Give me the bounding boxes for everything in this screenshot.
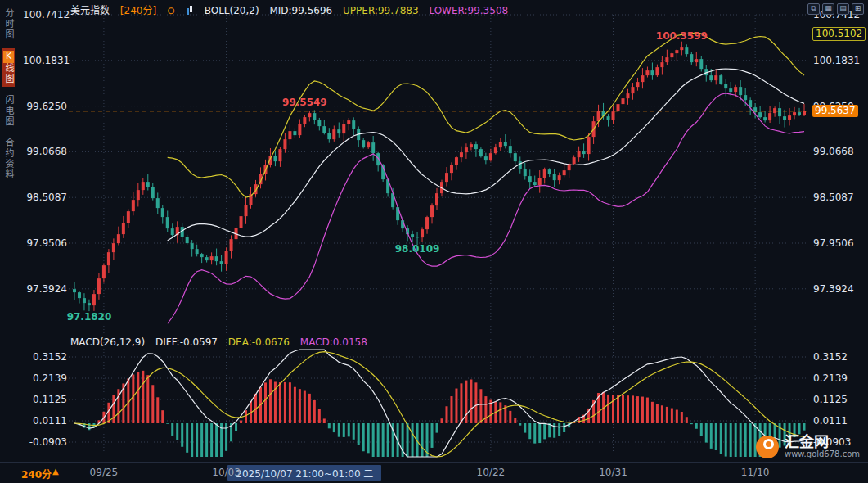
sidebar-item-kline-chart[interactable]: K线图 (2, 48, 15, 87)
window-layout-icons: ⧉▦▤⊞ (807, 3, 864, 15)
current-period-label[interactable]: 240分 (21, 467, 52, 481)
site-watermark: 汇金网 www.gold678.com (756, 435, 860, 458)
window-layout-icon-4[interactable]: ⊞ (852, 3, 864, 15)
x-axis-tick-label: 11/10 (741, 467, 770, 478)
macd-dea-value: DEA:-0.0676 (228, 336, 290, 348)
macd-diff-value: DIFF:-0.0597 (155, 336, 218, 348)
boll-upper-value: UPPER:99.7883 (343, 5, 418, 16)
sidebar-item-lightning-chart[interactable]: 闪电图 (2, 93, 15, 129)
x-axis-tick-label: 10/22 (477, 467, 506, 478)
x-axis-tick-label: 10/31 (599, 467, 627, 478)
watermark-site-name: 汇金网 (785, 435, 860, 449)
boll-lower-value: LOWER:99.3508 (429, 5, 508, 16)
sidebar-item-time-chart[interactable]: 分时图 (2, 6, 15, 43)
boll-indicator-icon (186, 6, 194, 16)
window-layout-icon-3[interactable]: ▤ (837, 3, 849, 15)
candlestick-macd-chart[interactable] (0, 0, 868, 483)
macd-macd-value: MACD:0.0158 (300, 336, 367, 348)
boll-upper-price-tag: 100.5102 (812, 27, 866, 41)
window-layout-icon-2[interactable]: ▦ (822, 3, 834, 15)
period-tag[interactable]: [240分] (120, 5, 156, 16)
boll-mid-value: MID:99.5696 (269, 5, 332, 16)
boll-label: BOLL(20,2) (205, 5, 259, 16)
chart-header: 美元指数 [240分] ⊖ BOLL(20,2) MID:99.5696 UPP… (70, 2, 515, 16)
x-axis-tick-label: 10/03 (212, 467, 241, 478)
watermark-site-url: www.gold678.com (785, 449, 860, 458)
window-layout-icon-1[interactable]: ⧉ (807, 3, 820, 15)
macd-header: MACD(26,12,9) DIFF:-0.0597 DEA:-0.0676 M… (70, 336, 375, 348)
period-dropdown-arrow-icon[interactable]: ▲ (52, 467, 59, 476)
sidebar-item-contract-info[interactable]: 合约资料 (2, 135, 15, 183)
huijin-logo-icon (756, 436, 779, 458)
x-axis-tick-label: 09/25 (90, 467, 119, 478)
trading-terminal: 分时图K线图闪电图合约资料 美元指数 [240分] ⊖ BOLL(20,2) M… (0, 0, 868, 483)
last-price-tag: 99.5637 (812, 105, 858, 117)
collapse-indicator-icon[interactable]: ⊖ (167, 5, 175, 16)
macd-title: MACD(26,12,9) (70, 336, 145, 348)
crosshair-datetime-label: 2025/10/07 21:00~01:00 二 (227, 465, 381, 481)
time-axis-bar: 240分 ▲ 2025/10/07 21:00~01:00 二 09/2510/… (0, 462, 868, 483)
symbol-name: 美元指数 (70, 5, 110, 16)
chart-type-sidebar: 分时图K线图闪电图合约资料 (0, 0, 13, 483)
